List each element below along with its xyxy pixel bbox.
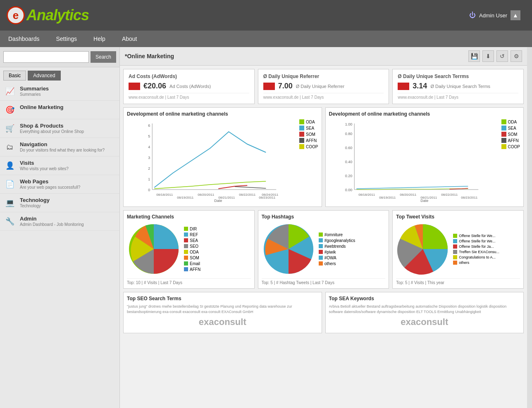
- menu-text-4: Visits Who visits your web sites?: [20, 160, 69, 171]
- svg-text:08/23/2011: 08/23/2011: [461, 196, 478, 199]
- legend-affn-pie: AFFN: [184, 267, 200, 272]
- download-icon[interactable]: ⬇: [482, 50, 494, 62]
- sidebar-item-online-marketing[interactable]: 🎯 Online Marketing: [0, 101, 119, 119]
- stat-value-referrer: 7.00: [278, 82, 293, 90]
- sidebar-item-technology[interactable]: 💻 Technology Technology: [0, 194, 119, 212]
- menu-text-2: Shop & Products Everything about your On…: [20, 123, 84, 134]
- svg-text:Date: Date: [420, 199, 428, 202]
- logo-area: e Analytics: [7, 6, 89, 24]
- seo-keywords: Top SEA Keywords Arbiva Betioll aktuelle…: [325, 292, 524, 333]
- seo-search-terms: Top SEO Search Terms "justus jung" drotn…: [123, 292, 322, 333]
- menu-icon-1: 🎯: [4, 104, 16, 116]
- pie-marketing-content: DIR REF SEA SEO ODA SOM Email AFFN: [127, 222, 251, 276]
- sidebar-item-navigation[interactable]: 🗂 Navigation Do your visitors find what …: [0, 138, 119, 157]
- search-input[interactable]: [3, 51, 89, 63]
- tab-advanced[interactable]: Advanced: [28, 71, 60, 81]
- svg-text:08/19/2011: 08/19/2011: [177, 196, 194, 199]
- legend2-sea: SEA: [501, 126, 520, 130]
- legend-oda: ODA: [299, 119, 318, 124]
- legend-oda-pie: ODA: [184, 250, 200, 254]
- tab-basic[interactable]: Basic: [3, 71, 26, 81]
- line-chart-2: Development of online marketing channels…: [325, 107, 524, 207]
- svg-text:5: 5: [148, 134, 150, 138]
- legend2-coop: COOP: [501, 144, 520, 149]
- refresh-icon[interactable]: ↺: [496, 50, 508, 62]
- menu-sub-0: Summaries: [20, 92, 49, 97]
- menu-text-0: Summaries Summaries: [20, 85, 49, 97]
- sidebar-item-summaries[interactable]: 📈 Summaries Summaries: [0, 82, 119, 101]
- stat-desc-referrer: Ø Daily Unique Referrer: [296, 84, 344, 89]
- legend2-som: SOM: [501, 132, 520, 137]
- nav-about[interactable]: About: [114, 31, 146, 47]
- sidebar-item-shop-&-products[interactable]: 🛒 Shop & Products Everything about your …: [0, 119, 119, 138]
- seo-keywords-text: Arbiva Betioll aktueller Bestand auftrag…: [329, 304, 520, 314]
- menu-sub-6: Technology: [20, 204, 50, 208]
- sidebar-item-web-pages[interactable]: 📄 Web Pages Are your web pages successfu…: [0, 175, 119, 194]
- sidebar-item-visits[interactable]: 👤 Visits Who visits your web sites?: [0, 157, 119, 175]
- pie-hashtags: Top Hashtags #omniture: [258, 210, 389, 289]
- nav-settings[interactable]: Settings: [48, 31, 86, 47]
- logo-icon: e: [7, 6, 25, 24]
- menu-icon-6: 💻: [4, 197, 16, 209]
- scrollbar[interactable]: [527, 47, 532, 408]
- search-button[interactable]: Search: [91, 51, 116, 63]
- dashboard: Ad Costs (AdWords) €20.06 Ad Costs (AdWo…: [120, 66, 527, 337]
- pie-tweets-footer: Top: 5 | # Visits | This year: [396, 278, 520, 285]
- line-chart-2-svg: 0.00 0.20 0.40 0.60 0.80 1.00 08/18/2011…: [329, 119, 520, 202]
- svg-text:4: 4: [148, 145, 150, 149]
- nav-dashboards[interactable]: Dashboards: [0, 31, 48, 47]
- collapse-button[interactable]: ▲: [511, 10, 520, 20]
- line-chart-1-title: Development of online marketing channels: [127, 111, 318, 117]
- stat-desc-adcosts: Ad Costs (AdWords): [169, 84, 211, 89]
- svg-text:08/19/2011: 08/19/2011: [379, 196, 396, 199]
- save-icon[interactable]: 💾: [468, 50, 480, 62]
- pie-hashtags-svg: [262, 222, 315, 276]
- pie-marketing: Marketing Channels: [123, 210, 255, 289]
- logo-text: Analytics: [26, 7, 89, 24]
- stats-row: Ad Costs (AdWords) €20.06 Ad Costs (AdWo…: [123, 69, 524, 104]
- stat-value-search: 3.14: [413, 82, 427, 90]
- pie-marketing-footer: Top: 10 | # Visits | Last 7 Days: [127, 278, 251, 285]
- menu-title-3: Navigation: [20, 141, 105, 147]
- nav-help[interactable]: Help: [85, 31, 114, 47]
- sidebar-menu: 📈 Summaries Summaries 🎯 Online Marketing…: [0, 81, 119, 408]
- stat-desc-search: Ø Daily Unique Search Terms: [430, 84, 490, 89]
- stat-card-referrer: Ø Daily Unique Referrer 7.00 Ø Daily Uni…: [258, 69, 389, 104]
- menu-text-7: Admin Admin Dashboard - Job Monitoring: [20, 216, 84, 227]
- stat-card-adcosts: Ad Costs (AdWords) €20.06 Ad Costs (AdWo…: [123, 69, 255, 104]
- settings-icon[interactable]: ⚙: [511, 50, 522, 62]
- seo-search-text: "justus jung" drotnes mwhe bestellersbei…: [127, 304, 318, 314]
- header: e Analytics ⏻ Admin User ▲: [0, 0, 532, 31]
- svg-text:08/20/2011: 08/20/2011: [198, 193, 215, 197]
- svg-text:08/22/2011: 08/22/2011: [239, 193, 256, 197]
- menu-text-6: Technology Technology: [20, 197, 50, 208]
- sidebar-item-admin[interactable]: 🔧 Admin Admin Dashboard - Job Monitoring: [0, 212, 119, 231]
- navbar: Dashboards Settings Help About: [0, 31, 532, 47]
- line-chart-2-area: 0.00 0.20 0.40 0.60 0.80 1.00 08/18/2011…: [329, 119, 520, 203]
- menu-sub-7: Admin Dashboard - Job Monitoring: [20, 222, 84, 227]
- line-chart-1-legend: ODA SEA SOM AFFN COOP: [299, 119, 318, 149]
- pie-tweets-title: Top Tweet Visits: [396, 214, 520, 220]
- menu-sub-4: Who visits your web sites?: [20, 166, 69, 171]
- toolbar-icons: 💾 ⬇ ↺ ⚙: [468, 50, 522, 62]
- legend2-affn: AFFN: [501, 138, 520, 143]
- header-right: ⏻ Admin User ▲: [469, 10, 525, 20]
- svg-text:08/20/2011: 08/20/2011: [400, 193, 417, 197]
- power-icon[interactable]: ⏻: [469, 12, 476, 19]
- menu-icon-0: 📈: [4, 85, 16, 97]
- menu-icon-5: 📄: [4, 178, 16, 190]
- content-header: *Online Marketing 💾 ⬇ ↺ ⚙: [120, 47, 527, 66]
- menu-sub-2: Everything about your Online Shop: [20, 129, 84, 134]
- page-title: *Online Marketing: [125, 53, 174, 59]
- seo-row: Top SEO Search Terms "justus jung" drotn…: [123, 292, 524, 333]
- pie-hashtags-title: Top Hashtags: [262, 214, 386, 220]
- line-charts-row: Development of online marketing channels…: [123, 107, 524, 207]
- menu-text-3: Navigation Do your visitors find what th…: [20, 141, 105, 152]
- line-chart-1: Development of online marketing channels…: [123, 107, 322, 207]
- svg-text:0.00: 0.00: [345, 188, 352, 192]
- stat-indicator-search: [398, 83, 409, 90]
- stat-indicator-referrer: [263, 83, 275, 90]
- svg-text:08/24/2011: 08/24/2011: [262, 193, 279, 197]
- menu-icon-2: 🛒: [4, 123, 16, 134]
- stat-title-search: Ø Daily Unique Search Terrms: [398, 74, 518, 79]
